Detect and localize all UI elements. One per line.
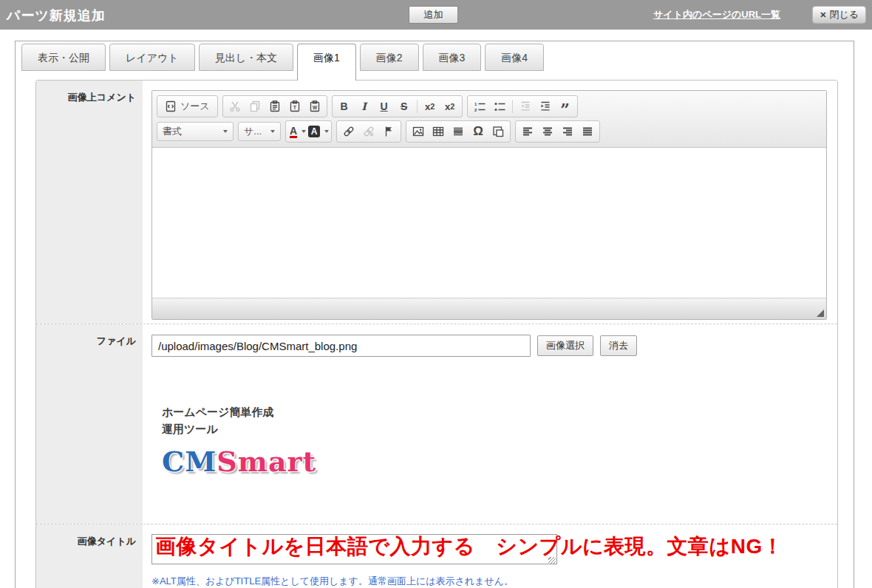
blockquote-icon[interactable]: ”: [556, 98, 575, 115]
unlink-icon[interactable]: [359, 123, 378, 140]
file-row-content: 画像選択 消去 ホームページ簡単作成 運用ツール CMSmart: [143, 324, 837, 524]
superscript-icon[interactable]: x2: [440, 98, 460, 115]
tab-image2[interactable]: 画像2: [360, 44, 419, 71]
subscript-icon[interactable]: x2: [420, 98, 440, 115]
insert-group: Ω: [406, 120, 511, 143]
file-input-line: 画像選択 消去: [151, 335, 828, 357]
numbered-list-icon[interactable]: 12: [470, 98, 489, 115]
file-row: ファイル 画像選択 消去 ホームページ簡単作成 運用ツール CMSmart: [36, 324, 837, 524]
paste-icon[interactable]: [265, 98, 285, 115]
bold-icon[interactable]: B: [335, 98, 354, 115]
superscript-mark: 2: [450, 102, 454, 111]
source-button[interactable]: ソース: [160, 98, 215, 115]
tab-layout[interactable]: レイアウト: [109, 44, 195, 71]
size-dropdown[interactable]: サ...: [238, 122, 281, 141]
iframe-icon[interactable]: [488, 123, 508, 140]
underline-icon[interactable]: U: [375, 98, 394, 115]
editor-content-area[interactable]: [152, 148, 826, 298]
chevron-down-icon: [302, 130, 306, 133]
italic-icon[interactable]: I: [355, 98, 374, 115]
image-select-button[interactable]: 画像選択: [537, 335, 593, 356]
paste-word-icon[interactable]: W: [305, 98, 324, 115]
top-header-bar: パーツ新規追加 追加 サイト内のページのURL一覧 ✕ 閉じる: [0, 0, 872, 30]
svg-text:1: 1: [474, 102, 477, 106]
toolbar-row-2: 書式 サ... A: [157, 120, 822, 143]
file-row-label: ファイル: [36, 324, 143, 524]
justify-icon[interactable]: [578, 123, 597, 140]
image-icon[interactable]: [409, 123, 428, 140]
bulleted-list-icon[interactable]: [490, 98, 509, 115]
indent-icon[interactable]: [536, 98, 555, 115]
chevron-down-icon: [270, 130, 275, 133]
preview-caption-line2: 運用ツール: [162, 420, 828, 437]
cmsmart-logo: CMSmart: [162, 445, 828, 478]
anchor-flag-icon[interactable]: [379, 123, 398, 140]
chevron-down-icon: [324, 130, 329, 133]
link-group: [336, 120, 401, 143]
format-dropdown[interactable]: 書式: [157, 122, 234, 141]
superscript-base: x: [445, 101, 450, 112]
subscript-mark: 2: [430, 102, 435, 111]
background-color-icon[interactable]: A: [308, 123, 329, 140]
tab-image4[interactable]: 画像4: [485, 44, 544, 71]
close-icon: ✕: [820, 10, 826, 20]
subscript-base: x: [425, 101, 430, 112]
strikethrough-icon[interactable]: S: [395, 98, 414, 115]
rich-text-editor: ソース: [151, 90, 827, 320]
editor-toolbar: ソース: [152, 91, 826, 148]
copy-icon[interactable]: [245, 98, 265, 115]
title-row-content: 画像タイトルを日本語で入力する シンプルに表現。文章はNG！ ※ALT属性、およ…: [143, 524, 837, 588]
toolbar-row-1: ソース: [157, 95, 822, 117]
tab-image1[interactable]: 画像1: [297, 44, 356, 81]
text-color-icon[interactable]: A: [288, 123, 307, 140]
list-indent-group: 12: [467, 95, 578, 117]
logo-part-smart: Smart: [217, 445, 316, 478]
close-button[interactable]: ✕ 閉じる: [812, 6, 866, 24]
size-dropdown-value: サ...: [244, 125, 262, 138]
link-icon[interactable]: [339, 123, 358, 140]
align-center-icon[interactable]: [538, 123, 557, 140]
comment-row-content: ソース: [143, 81, 837, 324]
outdent-icon[interactable]: [516, 98, 535, 115]
cut-icon[interactable]: [225, 98, 245, 115]
preview-caption-line1: ホームページ簡単作成: [162, 403, 828, 420]
tab-image3[interactable]: 画像3: [423, 44, 482, 71]
site-url-list-link[interactable]: サイト内のページのURL一覧: [653, 8, 780, 21]
logo-part-cm: CM: [162, 445, 217, 478]
toolbar-separator: [512, 100, 513, 113]
main-panel: 表示・公開 レイアウト 見出し・本文 画像1 画像2 画像3 画像4 画像上コメ…: [15, 41, 854, 588]
source-group: ソース: [157, 95, 218, 117]
source-button-label: ソース: [180, 100, 210, 113]
paste-text-icon[interactable]: T: [285, 98, 304, 115]
page-title: パーツ新規追加: [7, 7, 106, 24]
toolbar-separator: [417, 100, 418, 113]
add-button[interactable]: 追加: [409, 6, 458, 24]
editor-resize-bar[interactable]: [152, 298, 826, 319]
special-character-icon[interactable]: Ω: [469, 123, 488, 140]
title-annotation-text: 画像タイトルを日本語で入力する シンプルに表現。文章はNG！: [155, 533, 783, 561]
image-preview: ホームページ簡単作成 運用ツール CMSmart: [162, 403, 828, 478]
align-right-icon[interactable]: [558, 123, 577, 140]
basic-styles-group: B I U S x2 x2: [332, 95, 463, 117]
comment-row: 画像上コメント ソース: [36, 81, 837, 324]
horizontal-rule-icon[interactable]: [449, 123, 468, 140]
tab-heading-body[interactable]: 見出し・本文: [199, 44, 293, 71]
tab-bar: 表示・公開 レイアウト 見出し・本文 画像1 画像2 画像3 画像4: [21, 44, 544, 81]
clipboard-group: T W: [222, 95, 327, 117]
svg-text:T: T: [293, 105, 296, 110]
bg-color-letter: A: [308, 126, 320, 137]
table-icon[interactable]: [429, 123, 448, 140]
tab-display-publish[interactable]: 表示・公開: [21, 44, 106, 71]
clear-button[interactable]: 消去: [600, 335, 637, 356]
title-row: 画像タイトル 画像タイトルを日本語で入力する シンプルに表現。文章はNG！ ※A…: [36, 524, 837, 588]
comment-row-label: 画像上コメント: [36, 81, 143, 324]
form-box: 画像上コメント ソース: [35, 80, 838, 588]
source-code-icon: [165, 98, 177, 115]
text-color-letter: A: [290, 126, 297, 138]
chevron-down-icon: [223, 130, 228, 133]
title-help-note: ※ALT属性、およびTITLE属性として使用します。通常画面上には表示されません…: [151, 575, 828, 588]
svg-text:2: 2: [474, 108, 477, 112]
file-path-input[interactable]: [151, 335, 531, 357]
svg-text:W: W: [313, 105, 318, 110]
align-left-icon[interactable]: [518, 123, 537, 140]
